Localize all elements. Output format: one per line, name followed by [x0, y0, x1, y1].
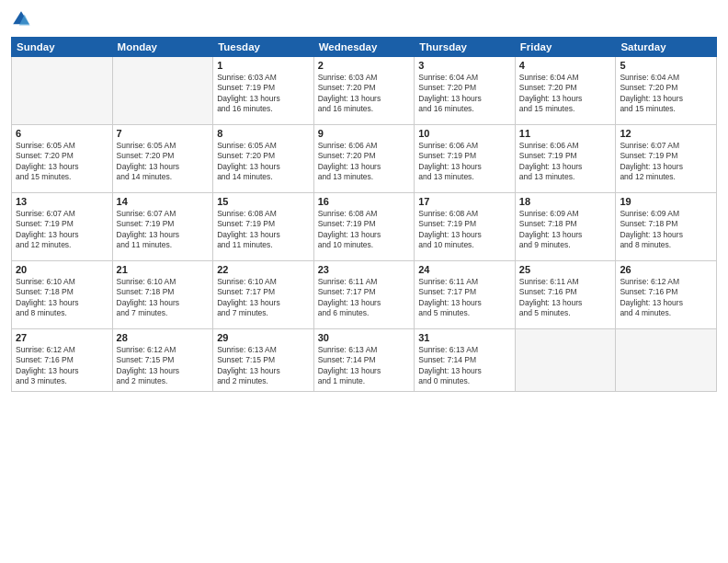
day-info: Sunrise: 6:07 AM Sunset: 7:19 PM Dayligh…: [117, 209, 210, 251]
calendar-week-row: 27Sunrise: 6:12 AM Sunset: 7:16 PM Dayli…: [12, 329, 717, 392]
day-number: 9: [318, 128, 411, 139]
calendar-header-monday: Monday: [112, 38, 213, 57]
day-info: Sunrise: 6:03 AM Sunset: 7:19 PM Dayligh…: [217, 73, 310, 115]
day-number: 2: [318, 60, 411, 71]
calendar-cell: 23Sunrise: 6:11 AM Sunset: 7:17 PM Dayli…: [313, 261, 415, 329]
day-info: Sunrise: 6:12 AM Sunset: 7:16 PM Dayligh…: [620, 277, 712, 319]
calendar-cell: 20Sunrise: 6:10 AM Sunset: 7:18 PM Dayli…: [12, 261, 113, 329]
calendar-cell: 10Sunrise: 6:06 AM Sunset: 7:19 PM Dayli…: [415, 125, 516, 193]
day-info: Sunrise: 6:04 AM Sunset: 7:20 PM Dayligh…: [620, 73, 712, 115]
day-info: Sunrise: 6:10 AM Sunset: 7:17 PM Dayligh…: [217, 277, 310, 319]
day-number: 27: [16, 332, 108, 343]
calendar-cell: 5Sunrise: 6:04 AM Sunset: 7:20 PM Daylig…: [616, 57, 717, 125]
day-number: 15: [217, 196, 310, 207]
day-info: Sunrise: 6:08 AM Sunset: 7:19 PM Dayligh…: [318, 209, 411, 251]
day-info: Sunrise: 6:04 AM Sunset: 7:20 PM Dayligh…: [519, 73, 612, 115]
calendar-cell: 6Sunrise: 6:05 AM Sunset: 7:20 PM Daylig…: [12, 125, 113, 193]
calendar-week-row: 13Sunrise: 6:07 AM Sunset: 7:19 PM Dayli…: [12, 193, 717, 261]
day-number: 25: [519, 264, 612, 275]
calendar-cell: 14Sunrise: 6:07 AM Sunset: 7:19 PM Dayli…: [112, 193, 213, 261]
day-info: Sunrise: 6:06 AM Sunset: 7:19 PM Dayligh…: [519, 141, 612, 183]
day-number: 1: [217, 60, 310, 71]
calendar-cell: 31Sunrise: 6:13 AM Sunset: 7:14 PM Dayli…: [415, 329, 516, 392]
calendar-cell: 16Sunrise: 6:08 AM Sunset: 7:19 PM Dayli…: [313, 193, 415, 261]
calendar-cell: 26Sunrise: 6:12 AM Sunset: 7:16 PM Dayli…: [616, 261, 717, 329]
calendar-cell: 8Sunrise: 6:05 AM Sunset: 7:20 PM Daylig…: [213, 125, 314, 193]
calendar-cell: 28Sunrise: 6:12 AM Sunset: 7:15 PM Dayli…: [112, 329, 213, 392]
day-number: 3: [418, 60, 511, 71]
calendar-header-sunday: Sunday: [12, 38, 113, 57]
calendar-cell: 27Sunrise: 6:12 AM Sunset: 7:16 PM Dayli…: [12, 329, 113, 392]
calendar-cell: 4Sunrise: 6:04 AM Sunset: 7:20 PM Daylig…: [515, 57, 616, 125]
calendar-header-wednesday: Wednesday: [313, 38, 415, 57]
calendar-cell: 17Sunrise: 6:08 AM Sunset: 7:19 PM Dayli…: [415, 193, 516, 261]
calendar-cell: 25Sunrise: 6:11 AM Sunset: 7:16 PM Dayli…: [515, 261, 616, 329]
calendar-cell: 7Sunrise: 6:05 AM Sunset: 7:20 PM Daylig…: [112, 125, 213, 193]
day-number: 12: [620, 128, 712, 139]
logo: [11, 9, 35, 29]
day-info: Sunrise: 6:10 AM Sunset: 7:18 PM Dayligh…: [117, 277, 210, 319]
calendar-cell: 11Sunrise: 6:06 AM Sunset: 7:19 PM Dayli…: [515, 125, 616, 193]
calendar-header-saturday: Saturday: [616, 38, 717, 57]
calendar-cell: 21Sunrise: 6:10 AM Sunset: 7:18 PM Dayli…: [112, 261, 213, 329]
day-info: Sunrise: 6:13 AM Sunset: 7:14 PM Dayligh…: [318, 345, 411, 387]
day-number: 8: [217, 128, 310, 139]
logo-icon: [11, 9, 31, 29]
calendar-cell: [515, 329, 616, 392]
header: [11, 9, 717, 29]
day-info: Sunrise: 6:06 AM Sunset: 7:20 PM Dayligh…: [318, 141, 411, 183]
day-number: 29: [217, 332, 310, 343]
day-number: 28: [117, 332, 210, 343]
day-number: 13: [16, 196, 108, 207]
day-info: Sunrise: 6:05 AM Sunset: 7:20 PM Dayligh…: [16, 141, 108, 183]
day-info: Sunrise: 6:12 AM Sunset: 7:15 PM Dayligh…: [117, 345, 210, 387]
calendar-cell: [12, 57, 113, 125]
day-number: 4: [519, 60, 612, 71]
day-number: 30: [318, 332, 411, 343]
calendar: SundayMondayTuesdayWednesdayThursdayFrid…: [11, 37, 717, 392]
calendar-cell: 3Sunrise: 6:04 AM Sunset: 7:20 PM Daylig…: [415, 57, 516, 125]
calendar-cell: 9Sunrise: 6:06 AM Sunset: 7:20 PM Daylig…: [313, 125, 415, 193]
day-number: 10: [418, 128, 511, 139]
day-info: Sunrise: 6:11 AM Sunset: 7:17 PM Dayligh…: [418, 277, 511, 319]
day-info: Sunrise: 6:07 AM Sunset: 7:19 PM Dayligh…: [16, 209, 108, 251]
calendar-header-friday: Friday: [515, 38, 616, 57]
calendar-header-row: SundayMondayTuesdayWednesdayThursdayFrid…: [12, 38, 717, 57]
day-info: Sunrise: 6:11 AM Sunset: 7:16 PM Dayligh…: [519, 277, 612, 319]
calendar-cell: 1Sunrise: 6:03 AM Sunset: 7:19 PM Daylig…: [213, 57, 314, 125]
calendar-cell: 2Sunrise: 6:03 AM Sunset: 7:20 PM Daylig…: [313, 57, 415, 125]
day-info: Sunrise: 6:08 AM Sunset: 7:19 PM Dayligh…: [418, 209, 511, 251]
day-info: Sunrise: 6:06 AM Sunset: 7:19 PM Dayligh…: [418, 141, 511, 183]
day-number: 5: [620, 60, 712, 71]
day-info: Sunrise: 6:05 AM Sunset: 7:20 PM Dayligh…: [117, 141, 210, 183]
calendar-cell: 24Sunrise: 6:11 AM Sunset: 7:17 PM Dayli…: [415, 261, 516, 329]
calendar-cell: 15Sunrise: 6:08 AM Sunset: 7:19 PM Dayli…: [213, 193, 314, 261]
day-number: 7: [117, 128, 210, 139]
day-info: Sunrise: 6:11 AM Sunset: 7:17 PM Dayligh…: [318, 277, 411, 319]
day-number: 26: [620, 264, 712, 275]
day-number: 11: [519, 128, 612, 139]
day-info: Sunrise: 6:13 AM Sunset: 7:15 PM Dayligh…: [217, 345, 310, 387]
day-number: 22: [217, 264, 310, 275]
day-info: Sunrise: 6:04 AM Sunset: 7:20 PM Dayligh…: [418, 73, 511, 115]
calendar-header-thursday: Thursday: [415, 38, 516, 57]
calendar-cell: 30Sunrise: 6:13 AM Sunset: 7:14 PM Dayli…: [313, 329, 415, 392]
calendar-week-row: 20Sunrise: 6:10 AM Sunset: 7:18 PM Dayli…: [12, 261, 717, 329]
day-info: Sunrise: 6:13 AM Sunset: 7:14 PM Dayligh…: [418, 345, 511, 387]
calendar-cell: [112, 57, 213, 125]
day-number: 24: [418, 264, 511, 275]
day-info: Sunrise: 6:09 AM Sunset: 7:18 PM Dayligh…: [519, 209, 612, 251]
calendar-cell: [616, 329, 717, 392]
day-number: 23: [318, 264, 411, 275]
day-number: 6: [16, 128, 108, 139]
day-info: Sunrise: 6:10 AM Sunset: 7:18 PM Dayligh…: [16, 277, 108, 319]
day-number: 17: [418, 196, 511, 207]
calendar-cell: 29Sunrise: 6:13 AM Sunset: 7:15 PM Dayli…: [213, 329, 314, 392]
day-info: Sunrise: 6:12 AM Sunset: 7:16 PM Dayligh…: [16, 345, 108, 387]
day-number: 14: [117, 196, 210, 207]
calendar-week-row: 1Sunrise: 6:03 AM Sunset: 7:19 PM Daylig…: [12, 57, 717, 125]
calendar-cell: 19Sunrise: 6:09 AM Sunset: 7:18 PM Dayli…: [616, 193, 717, 261]
calendar-header-tuesday: Tuesday: [213, 38, 314, 57]
day-info: Sunrise: 6:09 AM Sunset: 7:18 PM Dayligh…: [620, 209, 712, 251]
day-number: 21: [117, 264, 210, 275]
